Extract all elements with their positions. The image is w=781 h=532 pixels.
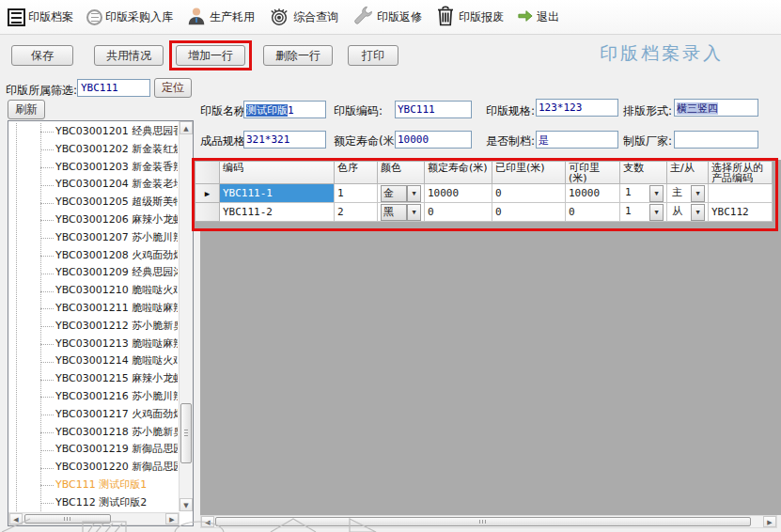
tree-hscroll-thumb[interactable]: [24, 514, 111, 524]
plate-filter-input[interactable]: YBC111: [77, 79, 150, 97]
toolbar-item-exit[interactable]: 退出: [517, 8, 559, 26]
tree-item[interactable]: YBC03001214 脆啦哒火鸡面55g: [55, 352, 178, 370]
row-arrow-icon: ▶: [205, 189, 210, 198]
tree-vscroll-thumb[interactable]: [180, 403, 192, 463]
cell-color[interactable]: 金▼: [378, 184, 425, 203]
tree-item[interactable]: YBC112 测试印版2: [55, 494, 178, 511]
tree-guide-line: [40, 123, 41, 511]
layout-form-input[interactable]: 横三竖四: [674, 99, 758, 117]
cell-role[interactable]: 从▼: [667, 203, 709, 222]
col-header-printed[interactable]: 已印里(米): [492, 162, 566, 184]
toolbar-item-plate-scrap[interactable]: 印版报废: [435, 5, 504, 30]
product-spec-input[interactable]: 321*321: [243, 131, 326, 149]
chevron-down-icon[interactable]: ▼: [649, 204, 664, 221]
tree-item[interactable]: YBC03001202 新金装红烧牛肉面: [55, 141, 178, 159]
locate-button[interactable]: 定位: [154, 78, 192, 98]
cell-printable[interactable]: 0: [566, 203, 620, 222]
toolbar-item-production-consumption[interactable]: 生产耗用: [186, 6, 255, 29]
tree-item[interactable]: YBC03001206 麻辣小龙虾55g: [55, 211, 178, 229]
tree-item[interactable]: YBC03001218 苏小脆新奥尔良鸡: [55, 424, 178, 442]
col-header-role[interactable]: 主/从: [667, 162, 709, 184]
toolbar-item-comprehensive-query[interactable]: 综合查询: [268, 6, 338, 29]
tree-item[interactable]: YBC03001219 新御品思园香辣牛: [55, 441, 178, 459]
rated-life-input[interactable]: 10000: [395, 131, 472, 149]
tree-horizontal-scrollbar[interactable]: ◀ ▶: [8, 512, 180, 525]
count-value: 1: [623, 204, 649, 221]
plate-code-input[interactable]: YBC111: [395, 101, 472, 118]
chevron-down-icon[interactable]: ▼: [407, 185, 421, 202]
chevron-down-icon[interactable]: ▼: [691, 204, 705, 221]
toolbar-item-plate-archive[interactable]: 印版档案: [8, 8, 73, 26]
scroll-left-icon[interactable]: ◀: [9, 513, 23, 524]
tree-item[interactable]: YBC03001208 火鸡面劲爆火鸡5: [55, 247, 178, 265]
cell-from-code[interactable]: YBC112: [709, 203, 773, 222]
toolbar-item-label: 印版报废: [459, 9, 504, 25]
cell-count[interactable]: 1▼: [620, 203, 667, 222]
tree-item[interactable]: YBC03001201 经典思园香辣牛肉面: [55, 123, 178, 141]
tree-item-selected[interactable]: YBC111 测试印版1: [55, 477, 178, 494]
cell-color-seq[interactable]: 1: [335, 184, 378, 203]
cell-rated-life[interactable]: 10000: [425, 184, 492, 203]
tree-item[interactable]: YBC03001211 脆啦哒麻辣小龙虾: [55, 300, 178, 318]
cell-count[interactable]: 1▼: [620, 184, 667, 203]
toolbar-item-label: 印版档案: [28, 9, 73, 25]
scroll-right-icon[interactable]: ▶: [763, 516, 776, 527]
toolbar-item-plate-purchase-inbound[interactable]: 印版采购入库: [86, 9, 173, 25]
scroll-right-icon[interactable]: ▶: [165, 513, 179, 524]
grid-hscroll-thumb[interactable]: [215, 517, 751, 526]
save-button[interactable]: 保存: [11, 45, 73, 66]
grid-highlight-box: 编码 色序 颜色 额定寿命(米) 已印里(米) 可印里(米) 支数 主/从 选择…: [192, 158, 778, 231]
chevron-down-icon[interactable]: ▼: [649, 185, 664, 202]
tree-vertical-scrollbar[interactable]: ▲ ▼: [179, 121, 193, 511]
refresh-button[interactable]: 刷新: [8, 100, 45, 119]
chevron-down-icon[interactable]: ▼: [407, 204, 421, 221]
col-header-color[interactable]: 颜色: [378, 162, 425, 184]
tree-item[interactable]: YBC03001210 脆啦哒火鸡面55g: [55, 282, 178, 300]
row-selector[interactable]: [195, 203, 220, 222]
tree-item[interactable]: YBC03001216 苏小脆川辣牛肉5: [55, 388, 178, 406]
cell-role[interactable]: 主▼: [667, 184, 709, 203]
cell-printed[interactable]: 0: [492, 203, 566, 222]
tree-item[interactable]: YBC03001215 麻辣小龙虾55g15: [55, 370, 178, 388]
col-header-printable[interactable]: 可印里(米): [566, 162, 620, 184]
scroll-down-icon[interactable]: ▼: [180, 498, 193, 511]
tree-item[interactable]: YBC03001203 新金装香辣牛肉面: [55, 159, 178, 177]
cell-rated-life[interactable]: 0: [425, 203, 492, 222]
cell-printed[interactable]: 0: [492, 184, 566, 203]
grid-horizontal-scrollbar[interactable]: ◀ ▶: [200, 515, 777, 528]
toolbar-item-plate-repair[interactable]: 印版返修: [351, 5, 422, 30]
cell-color-seq[interactable]: 2: [335, 203, 378, 222]
col-header-count[interactable]: 支数: [620, 162, 667, 184]
current-row-marker[interactable]: ▶: [195, 184, 220, 203]
cell-printable[interactable]: 10000: [566, 184, 620, 203]
tree-item[interactable]: YBC03001204 新金装老坛酸菜面: [55, 176, 178, 194]
shared-status-button[interactable]: 共用情况: [94, 45, 164, 66]
plate-name-input[interactable]: 测试印版1: [243, 101, 326, 118]
col-header-color-seq[interactable]: 色序: [335, 162, 378, 184]
tree-item[interactable]: YBC03001212 苏小脆新奥尔良鸡: [55, 318, 178, 336]
add-row-button[interactable]: 增加一行: [176, 45, 245, 66]
cell-code[interactable]: YBC111-2: [220, 203, 335, 222]
tree-item[interactable]: YBC03001217 火鸡面劲爆火鸡5: [55, 406, 178, 424]
chevron-down-icon[interactable]: ▼: [691, 185, 705, 202]
tree-guide-line: [16, 123, 17, 511]
tree-item[interactable]: YBC03001209 经典思园浓香排骨: [55, 264, 178, 282]
cell-color[interactable]: 黑▼: [378, 203, 425, 222]
col-header-rated-life[interactable]: 额定寿命(米): [425, 162, 492, 184]
col-header-code[interactable]: 编码: [220, 162, 335, 184]
col-header-from-code[interactable]: 选择所从的产品编码: [709, 162, 773, 184]
cell-from-code[interactable]: [709, 184, 773, 203]
tree-item[interactable]: YBC03001207 苏小脆川辣牛肉5: [55, 229, 178, 247]
archive-flag-input[interactable]: 是: [536, 131, 618, 149]
cell-code[interactable]: YBC111-1: [220, 184, 335, 203]
scroll-up-icon[interactable]: ▲: [180, 121, 193, 134]
color-value: 金: [381, 185, 407, 202]
scroll-left-icon[interactable]: ◀: [201, 516, 214, 527]
plate-maker-input[interactable]: [674, 131, 758, 149]
tree-item[interactable]: YBC03001213 脆啦哒麻辣小龙虾: [55, 336, 178, 353]
plate-spec-input[interactable]: 123*123: [536, 99, 618, 117]
delete-row-button[interactable]: 删除一行: [263, 45, 333, 66]
tree-item[interactable]: YBC03001205 超级斯美特香牛: [55, 194, 178, 211]
tree-item[interactable]: YBC03001220 新御品思园红烧牛: [55, 459, 178, 477]
print-button[interactable]: 打印: [348, 45, 398, 66]
